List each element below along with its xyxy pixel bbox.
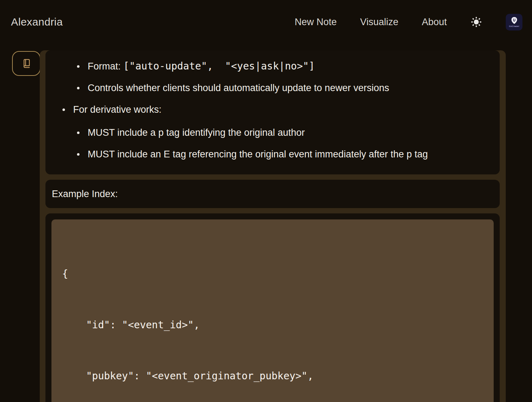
book-icon bbox=[21, 58, 32, 69]
list-item: For derivative works: bbox=[54, 102, 491, 117]
list-item-text: MUST include an E tag referencing the or… bbox=[88, 147, 428, 161]
list-item: Format: ["auto-update", "<yes|ask|no>"] bbox=[54, 59, 491, 73]
json-code-block: { "id": "<event_id>", "pubkey": "<event_… bbox=[51, 219, 494, 402]
list-item: Controls whether clients should automati… bbox=[54, 81, 491, 95]
list-item: MUST include an E tag referencing the or… bbox=[54, 147, 491, 161]
code-line: "id": "<event_id>", bbox=[62, 317, 494, 334]
nav-visualize[interactable]: Visualize bbox=[360, 17, 399, 28]
bullet-icon bbox=[77, 87, 79, 89]
rules-card: Format: ["auto-update", "<yes|ask|no>"] … bbox=[45, 50, 500, 174]
nav-about[interactable]: About bbox=[422, 17, 447, 28]
bullet-icon bbox=[62, 108, 65, 111]
nav-new-note[interactable]: New Note bbox=[295, 17, 337, 28]
shield-icon bbox=[511, 17, 518, 24]
list-item: MUST include a p tag identifying the ori… bbox=[54, 125, 491, 140]
inline-code: ["auto-update", "<yes|ask|no>"] bbox=[124, 60, 315, 72]
app-header: Alexandria New Note Visualize About bbox=[0, 0, 532, 44]
logo-label: GitCitadel bbox=[509, 25, 519, 27]
bullet-icon bbox=[77, 153, 79, 156]
code-line: { bbox=[62, 266, 494, 283]
gitcitadel-logo[interactable]: GitCitadel bbox=[506, 14, 522, 30]
list-item-text: Controls whether clients should automati… bbox=[88, 81, 389, 95]
example-index-card: Example Index: bbox=[45, 180, 500, 208]
list-item-text: For derivative works: bbox=[73, 102, 161, 117]
header-nav: New Note Visualize About bbox=[295, 14, 522, 30]
sun-icon bbox=[471, 16, 482, 28]
bullet-icon bbox=[77, 65, 79, 68]
app-title[interactable]: Alexandria bbox=[11, 16, 63, 28]
code-card: { "id": "<event_id>", "pubkey": "<event_… bbox=[45, 213, 500, 402]
example-index-label: Example Index: bbox=[52, 189, 118, 200]
sidebar-toggle-button[interactable] bbox=[12, 51, 40, 76]
list-item-text: Format: ["auto-update", "<yes|ask|no>"] bbox=[88, 59, 315, 73]
content-panel: Format: ["auto-update", "<yes|ask|no>"] … bbox=[40, 50, 506, 402]
code-line: "pubkey": "<event_originator_pubkey>", bbox=[62, 368, 494, 385]
list-item-text: MUST include a p tag identifying the ori… bbox=[88, 125, 305, 140]
theme-toggle-button[interactable] bbox=[470, 16, 482, 28]
bullet-icon bbox=[77, 132, 79, 134]
